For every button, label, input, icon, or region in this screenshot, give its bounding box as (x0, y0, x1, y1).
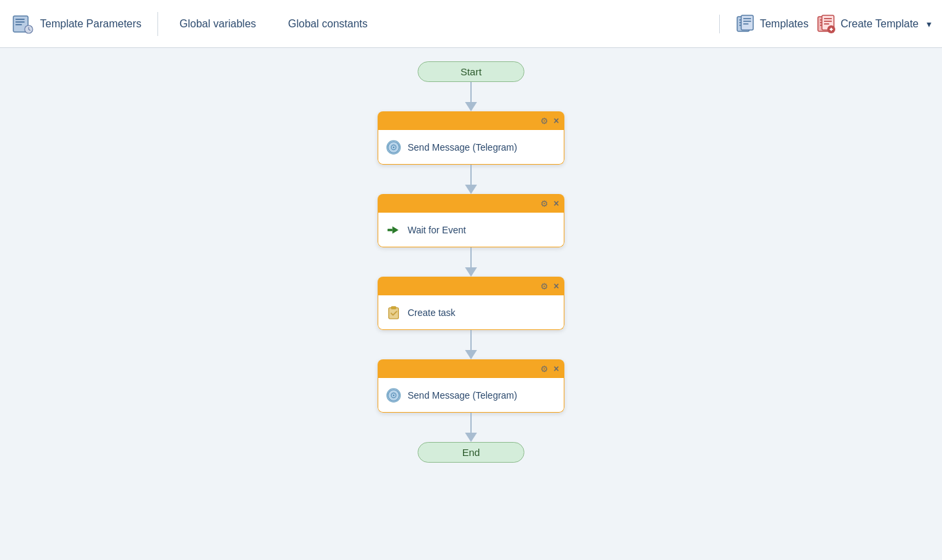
close-icon-2[interactable]: × (554, 198, 559, 209)
block-body-2: Wait for Event (378, 213, 564, 247)
close-icon-1[interactable]: × (554, 115, 559, 126)
global-constants-nav[interactable]: Global constants (288, 15, 368, 33)
create-template-button[interactable]: Create Template (817, 15, 931, 33)
connector-5 (465, 413, 477, 442)
svg-rect-28 (388, 229, 392, 231)
gear-icon-4[interactable]: ⚙ (540, 364, 548, 374)
svg-rect-11 (743, 21, 751, 22)
svg-marker-29 (392, 226, 398, 233)
block-label-1: Send Message (Telegram) (408, 142, 517, 153)
block-label-3: Create task (408, 307, 456, 318)
svg-rect-10 (743, 18, 751, 19)
action-block-create-task: ⚙ × Create task (378, 277, 564, 330)
flow-canvas: Start ⚙ × Send Message (Telegram) (0, 48, 942, 560)
action-block-wait-event: ⚙ × Wait for Event (378, 194, 564, 247)
block-body-4: Send Message (Telegram) (378, 378, 564, 413)
svg-rect-12 (743, 23, 749, 25)
global-variables-nav[interactable]: Global variables (179, 15, 256, 33)
svg-rect-23 (831, 27, 832, 31)
connector-line (470, 82, 472, 102)
create-template-icon (817, 15, 835, 33)
connector-1 (465, 82, 477, 111)
svg-rect-3 (15, 24, 22, 25)
toolbar: Template Parameters Global variables Glo… (0, 0, 942, 48)
block-header-2: ⚙ × (378, 194, 564, 213)
telegram-icon-1 (386, 140, 401, 155)
toolbar-left-section: Template Parameters (11, 12, 158, 36)
block-body-3: Create task (378, 295, 564, 330)
templates-label: Templates (760, 18, 809, 30)
connector-line-3 (470, 247, 472, 267)
connector-4 (465, 330, 477, 359)
block-header-3: ⚙ × (378, 277, 564, 295)
svg-rect-31 (391, 306, 396, 309)
close-icon-3[interactable]: × (554, 281, 559, 291)
connector-line-5 (470, 413, 472, 433)
gear-icon-1[interactable]: ⚙ (540, 116, 548, 126)
svg-rect-9 (741, 15, 753, 30)
start-node: Start (418, 61, 524, 82)
svg-rect-2 (15, 21, 25, 23)
end-node: End (418, 442, 524, 463)
svg-rect-18 (824, 18, 832, 19)
svg-point-35 (393, 394, 395, 396)
block-header-4: ⚙ × (378, 359, 564, 378)
block-body-1: Send Message (Telegram) (378, 130, 564, 165)
connector-line-2 (470, 165, 472, 185)
connector-arrow-3 (465, 267, 477, 277)
start-label: Start (460, 66, 482, 77)
svg-rect-1 (15, 19, 25, 20)
templates-icon (736, 15, 755, 33)
connector-2 (465, 165, 477, 194)
template-params-icon (11, 12, 35, 36)
create-task-icon (386, 305, 401, 320)
action-block-send-telegram-2: ⚙ × Send Message (Telegram) (378, 359, 564, 413)
gear-icon-2[interactable]: ⚙ (540, 199, 548, 209)
block-label-2: Wait for Event (408, 225, 466, 235)
svg-rect-30 (389, 307, 399, 319)
toolbar-right-section: Templates Create Template (719, 15, 931, 33)
connector-arrow-2 (465, 185, 477, 194)
block-header-1: ⚙ × (378, 111, 564, 130)
flow-container: Start ⚙ × Send Message (Telegram) (378, 48, 564, 560)
wait-event-icon (386, 223, 401, 237)
toolbar-center-nav: Global variables Global constants (158, 15, 719, 33)
templates-button[interactable]: Templates (736, 15, 809, 33)
connector-arrow-5 (465, 433, 477, 442)
block-label-4: Send Message (Telegram) (408, 390, 517, 401)
connector-3 (465, 247, 477, 277)
template-params-label: Template Parameters (40, 18, 141, 30)
telegram-icon-2 (386, 388, 401, 403)
svg-rect-20 (824, 23, 829, 25)
close-icon-4[interactable]: × (554, 363, 559, 374)
end-label: End (462, 447, 480, 458)
connector-line-4 (470, 330, 472, 350)
svg-rect-19 (824, 21, 832, 22)
action-block-send-telegram-1: ⚙ × Send Message (Telegram) (378, 111, 564, 165)
create-template-label: Create Template (841, 18, 919, 30)
gear-icon-3[interactable]: ⚙ (540, 281, 548, 291)
connector-arrow (465, 102, 477, 111)
svg-point-27 (393, 146, 395, 148)
connector-arrow-4 (465, 350, 477, 359)
